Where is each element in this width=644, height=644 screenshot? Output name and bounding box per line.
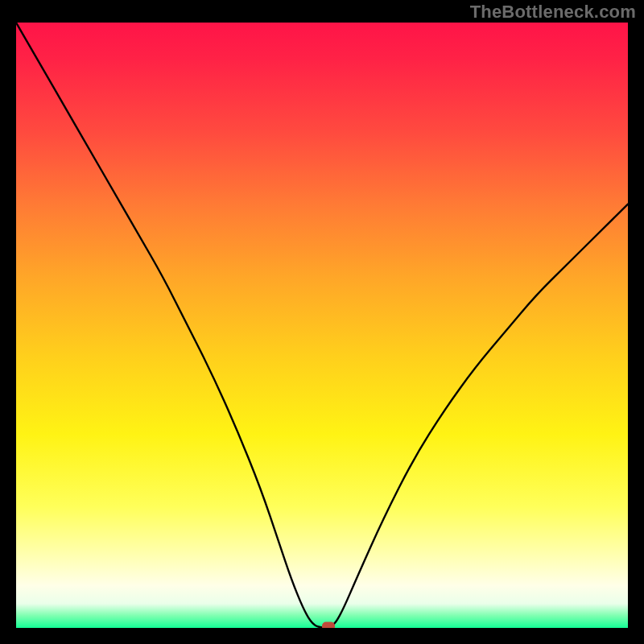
chart-area <box>16 23 628 628</box>
frame: TheBottleneck.com <box>0 0 644 644</box>
optimum-marker <box>322 621 335 628</box>
watermark-text: TheBottleneck.com <box>470 2 636 23</box>
bottleneck-curve <box>16 23 628 628</box>
